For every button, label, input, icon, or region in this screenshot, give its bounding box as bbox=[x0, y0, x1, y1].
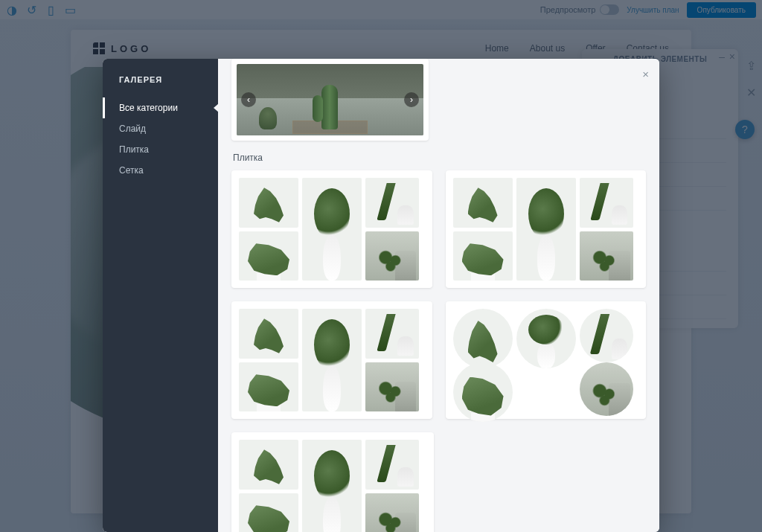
gallery-template-tile-1[interactable] bbox=[231, 170, 432, 288]
gallery-modal: ГАЛЕРЕЯ Все категории Слайд Плитка Сетка… bbox=[103, 59, 659, 532]
category-slide[interactable]: Слайд bbox=[103, 118, 218, 139]
arrow-left-icon: ‹ bbox=[241, 92, 256, 107]
category-tile[interactable]: Плитка bbox=[103, 139, 218, 160]
arrow-right-icon: › bbox=[404, 92, 419, 107]
gallery-template-tile-5[interactable] bbox=[231, 432, 434, 532]
modal-close-icon[interactable]: × bbox=[642, 68, 649, 80]
category-all[interactable]: Все категории bbox=[103, 97, 218, 118]
gallery-template-tile-3[interactable] bbox=[231, 301, 432, 419]
modal-title: ГАЛЕРЕЯ bbox=[103, 75, 218, 97]
modal-sidebar: ГАЛЕРЕЯ Все категории Слайд Плитка Сетка bbox=[103, 59, 218, 532]
category-grid[interactable]: Сетка bbox=[103, 160, 218, 181]
gallery-template-tile-4[interactable] bbox=[446, 301, 647, 419]
gallery-template-tile-2[interactable] bbox=[446, 170, 647, 288]
modal-content: × ‹ › Плитка bbox=[218, 59, 659, 532]
section-title-tile: Плитка bbox=[233, 153, 646, 163]
gallery-template-slide[interactable]: ‹ › bbox=[231, 59, 429, 141]
